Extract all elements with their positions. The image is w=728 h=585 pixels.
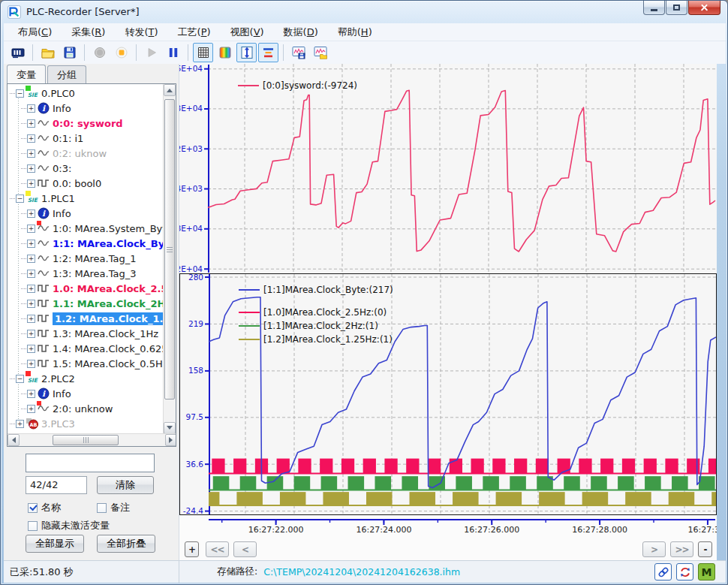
show-all-button[interactable]: 全部显示 [26,535,84,553]
tree-item[interactable]: +0:2: uknow [8,146,163,161]
tree-item[interactable]: +1:0: MArea.System_Byte [8,221,163,236]
expand-icon[interactable]: + [27,210,35,218]
expand-icon[interactable]: + [27,240,35,248]
expand-icon[interactable]: + [27,134,35,143]
expand-icon[interactable]: + [27,119,35,128]
checkbox-name[interactable]: 名称 [28,501,61,514]
open-file-icon[interactable] [38,43,58,62]
tree-item[interactable]: +0:1: i1 [8,131,163,146]
expand-icon[interactable]: + [27,285,35,293]
align-curves-icon[interactable] [258,43,278,62]
tree-horizontal-scrollbar[interactable] [8,433,176,446]
tree-item[interactable]: +1.4: MArea.Clock_0.625H [8,341,163,356]
vertical-scroll-thumb[interactable] [164,99,175,400]
tree-item[interactable]: +AB3.PLC3 [8,416,163,431]
tree-vertical-scrollbar[interactable] [163,84,176,434]
link-button[interactable] [654,563,672,580]
plc-device-icon[interactable] [8,43,28,62]
sysword-chart[interactable]: 3.76E+042.23E+046.92E+03-8.44E+03-2.38E+… [179,64,717,273]
expand-icon[interactable]: + [27,300,35,308]
checkbox-hide-inactive-box[interactable] [28,521,38,531]
expand-icon[interactable]: + [16,420,24,428]
tab-groups[interactable]: 分组 [47,65,86,86]
tree-item[interactable]: +1:2: MArea.Tag_1 [8,251,163,266]
menu-item[interactable]: 数据(D) [274,23,328,41]
menu-item[interactable]: 视图(V) [221,23,274,41]
grid-icon[interactable] [193,43,213,62]
minimize-button[interactable] [643,1,665,15]
scroll-up-button[interactable] [164,84,176,96]
zoom-out-button[interactable]: - [698,541,712,557]
tree-item[interactable]: +1.2: MArea.Clock_1.25H [8,311,163,326]
tree-item[interactable]: +iInfo [8,101,163,116]
checkbox-hide-inactive[interactable]: 隐藏未激活变量 [28,519,110,532]
menu-item[interactable]: 帮助(H) [328,23,382,41]
tree-item[interactable]: +1:3: MArea.Tag_3 [8,266,163,281]
expand-icon[interactable]: + [27,315,35,323]
tree-item[interactable]: +1.1: MArea.Clock_2Hz [8,296,163,311]
checkbox-note-box[interactable] [97,503,107,513]
save-file-icon[interactable] [59,43,80,62]
tree-item[interactable]: +1:1: MArea.Clock_Byte [8,236,163,251]
clear-button[interactable]: 清除 [97,476,154,494]
stop-icon[interactable] [111,43,131,62]
expand-icon[interactable]: + [27,104,35,113]
title-bar[interactable]: PLC-Recorder [Server*] [1,1,727,23]
tree-item[interactable]: −SIE0.PLC0 [8,86,163,101]
menu-item[interactable]: 布局(C) [8,23,62,41]
tab-variables[interactable]: 变量 [7,65,46,85]
expand-icon[interactable]: + [27,405,35,413]
tree-item[interactable]: +1.5: MArea.Clock_0.5Hz [8,356,163,371]
expand-icon[interactable]: + [27,270,35,278]
expand-icon[interactable]: + [27,390,35,398]
tree-item[interactable]: +0.0: bool0 [8,176,163,191]
save-chart-icon[interactable] [288,43,308,62]
fast-right-button[interactable]: >> [670,541,693,557]
mode-m-button[interactable]: M [698,563,715,580]
scroll-down-button[interactable] [164,422,176,434]
fit-vertical-icon[interactable] [236,43,257,62]
legend-label: [1.2]MArea.Clock_1.25Hz:(1) [263,334,393,345]
tree-item[interactable]: −SIE2.PLC2 [8,371,163,386]
tree-item[interactable]: +0:3: [8,161,163,176]
filter-input[interactable] [26,454,155,472]
pause-icon[interactable] [163,43,183,62]
horizontal-scroll-thumb[interactable] [53,435,119,445]
clock-chart[interactable]: 28021915897.536.6-24.4[1:1]MArea.Clock_B… [179,273,717,515]
menu-item[interactable]: 工艺(P) [168,23,221,41]
tree-item[interactable]: +2:0: unknow [8,401,163,416]
expand-icon[interactable]: + [27,255,35,263]
scroll-right-button[interactable] [165,434,176,446]
sync-button[interactable] [676,563,693,580]
expand-icon[interactable]: + [27,225,35,233]
step-right-button[interactable]: > [642,541,666,557]
expand-icon[interactable]: + [27,360,35,368]
collapse-icon[interactable]: − [16,375,24,383]
checkbox-name-box[interactable] [28,503,38,513]
scroll-left-button[interactable] [8,434,20,446]
collapse-icon[interactable]: − [16,89,24,98]
expand-icon[interactable]: + [27,330,35,338]
expand-icon[interactable]: + [27,149,35,158]
tree-item[interactable]: +1.3: MArea.Clock_1Hz [8,326,163,341]
tree-item[interactable]: +1.0: MArea.Clock_2.5Hz [8,281,163,296]
tree-item[interactable]: +0:0: sysword [8,116,163,131]
tree-item[interactable]: +iInfo [8,206,163,221]
tree-item[interactable]: −SIE1.PLC1 [8,191,163,206]
zoom-in-button[interactable]: + [185,541,199,557]
menu-item[interactable]: 采集(R) [62,23,115,41]
close-button[interactable] [688,1,720,15]
step-left-button[interactable]: < [233,541,257,557]
tree-item[interactable]: +iInfo [8,386,163,401]
menu-item[interactable]: 转发(T) [115,23,167,41]
expand-icon[interactable]: + [27,345,35,353]
collapse-all-button[interactable]: 全部折叠 [97,535,155,553]
expand-icon[interactable]: + [27,179,35,188]
checkbox-note[interactable]: 备注 [97,501,130,514]
expand-icon[interactable]: + [27,164,35,173]
collapse-icon[interactable]: − [16,194,24,203]
open-chart-icon[interactable] [310,43,330,62]
fast-left-button[interactable]: << [206,541,229,557]
restore-button[interactable] [666,1,687,15]
palette-icon[interactable] [215,43,235,62]
